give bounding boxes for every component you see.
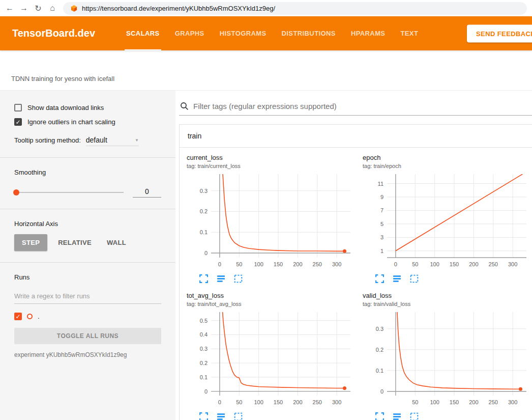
svg-text:250: 250 bbox=[489, 261, 498, 267]
svg-text:0: 0 bbox=[218, 399, 221, 405]
expand-chart-icon[interactable] bbox=[375, 412, 385, 420]
tab-hparams[interactable]: HPARAMS bbox=[343, 16, 393, 50]
expand-chart-icon[interactable] bbox=[375, 274, 385, 284]
smoothing-value-input[interactable]: 0 bbox=[133, 187, 161, 198]
svg-text:0.2: 0.2 bbox=[200, 360, 208, 366]
back-button[interactable]: ← bbox=[3, 2, 16, 15]
tooltip-sorting-label: Tooltip sorting method: bbox=[14, 136, 81, 144]
sidebar-divider bbox=[0, 157, 175, 158]
reload-button[interactable]: ↻ bbox=[32, 2, 45, 15]
settings-sidebar: Show data download links ✓ Ignore outlie… bbox=[0, 91, 175, 420]
svg-text:200: 200 bbox=[469, 261, 478, 267]
tensorboard-logo[interactable]: TensorBoard.dev bbox=[12, 27, 95, 39]
svg-text:250: 250 bbox=[313, 261, 322, 267]
svg-text:150: 150 bbox=[450, 399, 459, 405]
chart-title: current_loss bbox=[187, 154, 352, 161]
experiment-title-bar: TDNN training for yesno with icefall bbox=[0, 50, 532, 91]
chart-tile-current-loss: current_loss tag: train/current_loss 050… bbox=[184, 154, 356, 284]
chart-tag: tag: train/tot_avg_loss bbox=[187, 301, 352, 307]
tensorboard-favicon-icon bbox=[70, 5, 78, 12]
svg-text:250: 250 bbox=[489, 399, 498, 405]
train-section-card: train current_loss tag: train/current_lo… bbox=[179, 124, 532, 420]
smoothing-slider-thumb[interactable] bbox=[13, 189, 19, 195]
runs-selector-icon[interactable] bbox=[392, 412, 402, 420]
send-feedback-button[interactable]: SEND FEEDBACK bbox=[467, 24, 532, 42]
chart-tag: tag: train/current_loss bbox=[187, 163, 352, 169]
axis-relative-button[interactable]: RELATIVE bbox=[50, 234, 99, 251]
smoothing-slider-row: 0 bbox=[14, 187, 161, 198]
chart-plot-epoch[interactable]: 0501001502002503001357911 bbox=[363, 172, 528, 274]
svg-text:50: 50 bbox=[412, 399, 418, 405]
tab-scalars[interactable]: SCALARS bbox=[119, 16, 167, 50]
svg-text:50: 50 bbox=[412, 261, 418, 267]
svg-text:7: 7 bbox=[380, 207, 383, 213]
content-area: Show data download links ✓ Ignore outlie… bbox=[0, 91, 532, 420]
address-bar[interactable]: https://tensorboard.dev/experiment/yKUbh… bbox=[63, 2, 527, 15]
smoothing-slider[interactable] bbox=[14, 192, 124, 193]
fit-domain-icon[interactable] bbox=[233, 274, 243, 284]
svg-text:0: 0 bbox=[204, 388, 208, 395]
svg-text:200: 200 bbox=[293, 399, 302, 405]
tooltip-sorting-row: Tooltip sorting method: default ▼ bbox=[14, 136, 161, 146]
chart-tag: tag: train/epoch bbox=[363, 163, 528, 169]
svg-text:0.3: 0.3 bbox=[376, 326, 383, 332]
svg-text:1: 1 bbox=[380, 248, 383, 254]
svg-text:50: 50 bbox=[236, 399, 242, 405]
chart-title: epoch bbox=[363, 154, 528, 161]
runs-selector-icon[interactable] bbox=[216, 274, 226, 284]
filter-tags-input[interactable] bbox=[193, 102, 531, 110]
svg-text:5: 5 bbox=[380, 221, 383, 227]
chart-tile-epoch: epoch tag: train/epoch 05010015020025030… bbox=[360, 154, 531, 284]
svg-text:300: 300 bbox=[332, 399, 341, 405]
svg-text:0: 0 bbox=[380, 388, 383, 395]
axis-step-button[interactable]: STEP bbox=[14, 234, 47, 251]
chart-tile-valid-loss: valid_loss tag: train/valid_loss 5010015… bbox=[360, 292, 531, 420]
svg-text:100: 100 bbox=[254, 261, 263, 267]
show-download-checkbox[interactable] bbox=[14, 104, 22, 111]
svg-text:100: 100 bbox=[430, 399, 439, 405]
nav-tabs: SCALARS GRAPHS HISTOGRAMS DISTRIBUTIONS … bbox=[119, 16, 426, 50]
axis-wall-button[interactable]: WALL bbox=[99, 234, 134, 251]
tab-histograms[interactable]: HISTOGRAMS bbox=[212, 16, 274, 50]
runs-selector-icon[interactable] bbox=[392, 274, 402, 284]
svg-text:0.2: 0.2 bbox=[376, 347, 383, 353]
ignore-outliers-row: ✓ Ignore outliers in chart scaling bbox=[14, 118, 161, 126]
sidebar-divider bbox=[0, 262, 175, 263]
tab-distributions[interactable]: DISTRIBUTIONS bbox=[274, 16, 343, 50]
charts-grid: current_loss tag: train/current_loss 050… bbox=[180, 148, 532, 420]
fit-domain-icon[interactable] bbox=[409, 274, 419, 284]
runs-filter-input[interactable] bbox=[14, 290, 161, 304]
svg-text:300: 300 bbox=[508, 261, 517, 267]
tab-text[interactable]: TEXT bbox=[393, 16, 426, 50]
fit-domain-icon[interactable] bbox=[233, 412, 243, 420]
chart-plot-tot-avg-loss[interactable]: 05010015020025030000.10.20.30.40.5 bbox=[187, 310, 352, 412]
run-list-item: ✓ . bbox=[14, 313, 161, 320]
tab-graphs[interactable]: GRAPHS bbox=[167, 16, 212, 50]
fit-domain-icon[interactable] bbox=[409, 412, 419, 420]
expand-chart-icon[interactable] bbox=[199, 274, 209, 284]
svg-text:0.3: 0.3 bbox=[200, 188, 208, 194]
section-train-header[interactable]: train bbox=[180, 125, 532, 148]
expand-chart-icon[interactable] bbox=[199, 412, 209, 420]
svg-text:0: 0 bbox=[218, 261, 221, 267]
chart-tile-tot-avg-loss: tot_avg_loss tag: train/tot_avg_loss 050… bbox=[184, 292, 356, 420]
horizontal-axis-label: Horizontal Axis bbox=[14, 220, 161, 228]
svg-text:0.1: 0.1 bbox=[376, 368, 383, 374]
forward-button[interactable]: → bbox=[17, 2, 31, 15]
tooltip-sorting-select[interactable]: default ▼ bbox=[86, 136, 139, 146]
runs-selector-icon[interactable] bbox=[216, 412, 226, 420]
run-label: . bbox=[38, 313, 40, 320]
experiment-id-label: experiment yKUbhb5wRmOSXYkId1z9eg bbox=[14, 351, 161, 358]
search-icon bbox=[180, 102, 189, 110]
svg-text:9: 9 bbox=[380, 194, 383, 200]
smoothing-label: Smoothing bbox=[14, 169, 161, 176]
chart-plot-current-loss[interactable]: 05010015020025030000.10.20.3 bbox=[187, 172, 352, 274]
toggle-all-runs-button[interactable]: TOGGLE ALL RUNS bbox=[14, 328, 161, 344]
ignore-outliers-checkbox[interactable]: ✓ bbox=[14, 118, 22, 126]
chart-plot-valid-loss[interactable]: 5010015020025030000.10.20.3 bbox=[363, 310, 528, 412]
url-text: https://tensorboard.dev/experiment/yKUbh… bbox=[82, 5, 275, 12]
run-checkbox[interactable]: ✓ bbox=[14, 313, 22, 320]
sidebar-divider bbox=[0, 209, 175, 209]
home-button[interactable]: ⌂ bbox=[46, 2, 59, 15]
run-color-icon bbox=[27, 314, 33, 319]
